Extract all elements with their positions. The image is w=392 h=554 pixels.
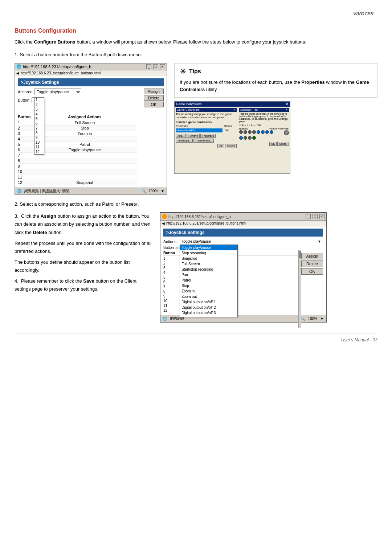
- gc-buttons-label: Buttons:: [239, 127, 249, 130]
- delete-button-2[interactable]: Delete: [301, 260, 323, 267]
- dropdown-item-zoom-out[interactable]: Zoom out: [180, 294, 237, 299]
- gc-test-cancel-btn[interactable]: Cancel: [277, 142, 289, 146]
- zoom-text-1: 🔍: [142, 189, 146, 193]
- dropdown-opt-1[interactable]: 1: [34, 98, 44, 102]
- browser-icon-1: 🌐: [16, 64, 21, 69]
- dropdown-item-toggle[interactable]: Toggle play/pause: [180, 245, 237, 250]
- gc-test-close: ✕: [285, 108, 288, 111]
- table-row[interactable]: 12Snapshot: [18, 180, 137, 185]
- steps-2-4-section: 2. Select a corresponding action, such a…: [15, 201, 377, 323]
- dropdown-item-snapshot[interactable]: Snapshot: [180, 256, 237, 261]
- dropdown-item-stop-streaming[interactable]: Stop streaming: [180, 250, 237, 256]
- browser-titlebar-2: http://192.168.6.231/setup/configure_b..…: [160, 213, 326, 221]
- dropdown-item-start-stop-recording[interactable]: Start/stop recording: [180, 267, 237, 272]
- assign-button-1[interactable]: Assign: [144, 89, 164, 94]
- dropdown-item-zoom-in[interactable]: Zoom in: [180, 288, 237, 294]
- gc-close: ✕: [286, 102, 289, 106]
- dropdown-opt-11[interactable]: 11: [34, 145, 44, 149]
- dropdown-item-patrol[interactable]: Patrol: [180, 278, 237, 283]
- actions-label-2: Actions:: [163, 239, 177, 244]
- minimize-button-2[interactable]: _: [306, 214, 311, 219]
- dropdown-opt-6[interactable]: 6: [34, 121, 44, 126]
- table-row[interactable]: 8: [18, 158, 137, 164]
- gc-description: These settings help you configure the ga…: [176, 112, 237, 119]
- page: VIVOTEK Buttons Configuration Click the …: [0, 0, 392, 357]
- dropdown-opt-2[interactable]: 2: [34, 102, 44, 107]
- dropdown-opt-7[interactable]: 7: [34, 126, 44, 131]
- status-globe-icon-1: 🌐: [17, 189, 21, 193]
- back-icon-1[interactable]: ◀: [16, 71, 19, 75]
- tips-header: ☀ Tips: [180, 67, 372, 76]
- dropdown-opt-8[interactable]: 8: [34, 131, 44, 135]
- dropdown-item-digital3[interactable]: Digital output on/off 3: [180, 310, 237, 316]
- browser-frame-1: 🌐 http://192.168.6.231/setup/configure_b…: [15, 63, 167, 195]
- table-row[interactable]: 10: [18, 169, 137, 175]
- dropdown-item-digital4[interactable]: Digital output on/off 4: [180, 316, 237, 317]
- brand-header: VIVOTEK: [15, 7, 377, 20]
- gc-ok-btn[interactable]: Ok: [217, 144, 224, 148]
- table-row[interactable]: 11: [18, 175, 137, 180]
- btn-circle-5: [257, 130, 260, 134]
- scrollbar-thumb-2: [299, 251, 301, 258]
- dropdown-opt-3[interactable]: 3: [34, 107, 44, 112]
- gc-advanced-btn[interactable]: Advanced...: [176, 139, 193, 143]
- maximize-button-1[interactable]: □: [153, 64, 158, 69]
- close-button-2[interactable]: ✕: [319, 214, 324, 219]
- minimize-button-1[interactable]: _: [146, 64, 151, 69]
- gc-properties-btn[interactable]: Properties: [200, 134, 216, 138]
- joystick-header-2: >Joystick Settings: [163, 229, 323, 237]
- btn-circle-3: [248, 130, 252, 134]
- actions-select-1[interactable]: Toggle play/pause: [34, 89, 81, 95]
- gc-test-ok-cancel: OK Cancel: [239, 142, 289, 146]
- dropdown-opt-5[interactable]: 5: [34, 116, 44, 121]
- gc-cancel-btn[interactable]: Cancel: [225, 144, 237, 148]
- pov-center-dot: [284, 130, 289, 135]
- delete-button-1[interactable]: Delete: [144, 95, 164, 101]
- actions-select-2[interactable]: Toggle play/pause ▼: [180, 239, 323, 244]
- gc-right: Settings | Test ✕ Test the game controll…: [238, 107, 290, 173]
- btn-circle-6: [261, 130, 265, 134]
- tips-sun-icon: ☀: [180, 67, 186, 76]
- gc-btn-circles: [239, 130, 289, 135]
- gc-troubleshoot-btn[interactable]: Troubleshoot...: [193, 139, 214, 143]
- step4-para: 4. Please remember to click the Save but…: [15, 277, 152, 293]
- close-button-1[interactable]: ✕: [160, 64, 165, 69]
- assign-button-2[interactable]: Assign: [301, 253, 323, 259]
- statusbar-text-1: 網際網路 | 保護強模式: 關閉: [24, 189, 69, 194]
- gc-status-ok: OK: [224, 128, 237, 132]
- actions-label-1: Actions:: [18, 90, 32, 94]
- maximize-button-2[interactable]: □: [313, 214, 318, 219]
- tips-box: ☀ Tips If you are not sure of the locati…: [174, 63, 377, 98]
- gc-titlebar: Game Controllers ✕: [175, 102, 290, 107]
- section-title: Buttons Configuration: [15, 28, 377, 34]
- gc-test-ok-btn[interactable]: OK: [269, 142, 277, 146]
- dropdown-item-digital1[interactable]: Digital output on/off 1: [180, 299, 237, 305]
- dropdown-item-pan[interactable]: Pan: [180, 272, 237, 278]
- gc-add-btn[interactable]: Add...: [176, 134, 186, 138]
- browser-addressbar-2: ◀ http://192.168.6.231/setup/configure_b…: [160, 221, 326, 226]
- gc-inner-title-text: Game Controllers: [177, 108, 200, 111]
- dropdown-item-digital2[interactable]: Digital output on/off 2: [180, 305, 237, 310]
- dropdown-opt-12[interactable]: 12: [34, 149, 44, 154]
- zoom-arrow-1: ▼: [161, 189, 164, 193]
- back-icon-2[interactable]: ◀: [162, 221, 165, 225]
- browser-content-1: >Joystick Settings Actions: Toggle play/…: [15, 76, 167, 188]
- btn-circle-8: [270, 130, 273, 134]
- dropdown-opt-9[interactable]: 9: [34, 135, 44, 140]
- dropdown-opt-4[interactable]: 4: [34, 112, 44, 116]
- gc-controller-item[interactable]: Manually-HID#: [176, 128, 222, 132]
- step3-para2: Repeat the process until you are done wi…: [15, 239, 152, 255]
- dropdown-opt-10[interactable]: 10: [34, 140, 44, 145]
- gc-left: Game Controllers ✕ These settings help y…: [175, 107, 238, 173]
- step1-text: 1. Select a button number from the Butto…: [15, 51, 377, 59]
- dropdown-item-stop[interactable]: Stop: [180, 283, 237, 288]
- table-scrollbar-2[interactable]: [298, 250, 301, 328]
- zoom-dropdown-2[interactable]: ▼: [320, 317, 324, 321]
- ok-button-1[interactable]: OK: [144, 102, 164, 107]
- gc-ok-cancel: Ok Cancel: [176, 144, 237, 148]
- dropdown-item-fullscreen[interactable]: Full Screen: [180, 261, 237, 267]
- ok-button-2[interactable]: OK: [301, 268, 323, 275]
- table-row[interactable]: 9: [18, 164, 137, 169]
- actions-row-2: Actions: Toggle play/pause ▼ Toggle play…: [163, 239, 323, 244]
- gc-remove-btn[interactable]: Remove: [187, 134, 200, 138]
